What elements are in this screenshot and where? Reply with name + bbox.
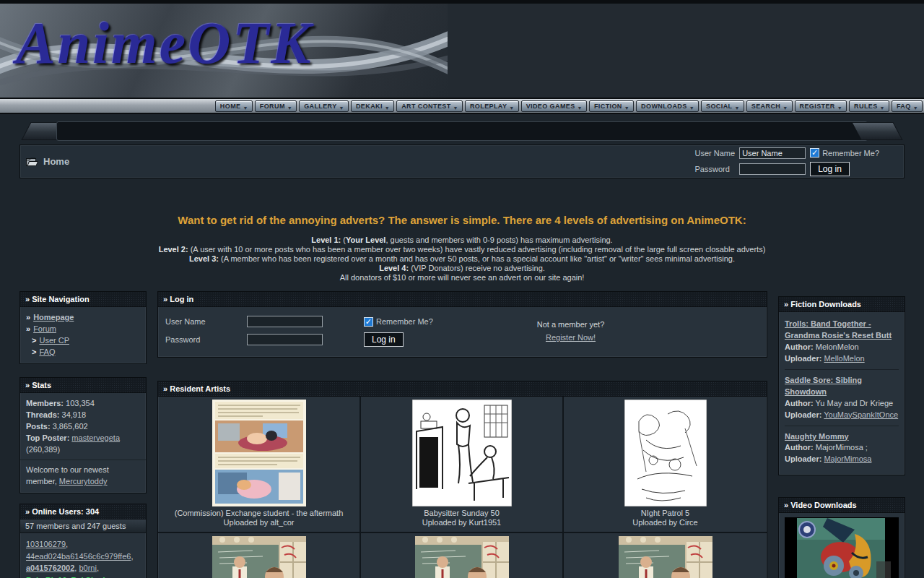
not-member-text: Not a member yet?: [468, 319, 673, 332]
nav-downloads[interactable]: DOWNLOADS▼: [636, 100, 699, 112]
login-button[interactable]: Log in: [364, 332, 404, 347]
remember-me-label: Remember Me?: [376, 317, 433, 326]
collapsed-ad-banner: [22, 121, 902, 141]
fiction-downloads-panel: Fiction Downloads Trolls: Band Together …: [778, 296, 905, 475]
online-users-panel: Online Users: 304 57 members and 247 gue…: [19, 504, 147, 578]
header-password-input[interactable]: [739, 163, 806, 175]
sidebar-item-forum[interactable]: »Forum: [26, 324, 140, 335]
artist-thumbnail-photo[interactable]: [212, 536, 306, 578]
login-panel-header: Log in: [158, 292, 767, 307]
artwork-title[interactable]: NIght Patrol 5: [567, 509, 764, 518]
fiction-title-link[interactable]: Saddle Sore: Sibling Showdown: [785, 376, 862, 396]
nav-video-games[interactable]: VIDEO GAMES▼: [521, 100, 587, 112]
uploader-link[interactable]: YouMaySpankItOnce: [824, 410, 898, 419]
artist-cell: Babysitter Sunday 50 Uploaded by Kurt195…: [361, 397, 564, 532]
nav-register[interactable]: REGISTER▼: [795, 100, 847, 112]
username-label: User Name: [165, 317, 241, 326]
remember-me-checkbox[interactable]: [364, 317, 373, 327]
video-thumbnail[interactable]: [785, 518, 898, 578]
resident-artists-panel: Resident Artists: [157, 381, 767, 578]
fiction-title-link[interactable]: Trolls: Band Together - Grandma Rosie's …: [785, 319, 892, 340]
advert-donators-note: All donators of $10 or more will never s…: [0, 273, 924, 282]
nav-forum[interactable]: FORUM▼: [255, 100, 297, 112]
online-user-link[interactable]: 103106279: [26, 540, 66, 548]
online-user-link[interactable]: a0415762002: [26, 564, 74, 572]
artist-thumbnail-photo[interactable]: [619, 536, 712, 578]
nav-home[interactable]: HOME▼: [215, 100, 253, 112]
main-navigation-bar: HOME▼ FORUM▼ GALLERY▼ DEKAKI▼ ART CONTES…: [0, 99, 924, 114]
advert-level-2: Level 2: (A user with 10 or more posts w…: [0, 245, 924, 254]
chevron-down-icon: ▼: [243, 105, 248, 111]
artist-caption: NIght Patrol 5 Uploaded by Circe: [567, 509, 764, 527]
stats-header: Stats: [20, 378, 146, 393]
stats-divider: [20, 460, 146, 460]
header-username-input[interactable]: [739, 147, 806, 159]
top-poster-link[interactable]: mastervegeta: [71, 434, 120, 442]
chevron-down-icon: ▼: [287, 105, 292, 111]
artist-cell: (Commission) Exchange student - the afte…: [158, 397, 361, 532]
remember-me-checkbox[interactable]: [810, 148, 819, 158]
password-input[interactable]: [247, 334, 323, 345]
username-input[interactable]: [247, 316, 323, 327]
password-label: Password: [695, 165, 736, 173]
nav-search[interactable]: SEARCH▼: [746, 100, 793, 112]
nav-art-contest[interactable]: ART CONTEST▼: [396, 100, 463, 112]
nav-fiction[interactable]: FICTION▼: [589, 100, 634, 112]
nav-faq[interactable]: FAQ▼: [892, 100, 923, 112]
artist-thumbnail-photo[interactable]: [415, 536, 509, 578]
online-users-subtitle: 57 members and 247 guests: [20, 519, 146, 533]
header-login-form: User Name Remember Me? Password Log in: [695, 147, 898, 176]
artist-cell: [564, 532, 767, 578]
uploader-link[interactable]: MajorMimosa: [824, 454, 871, 463]
chevron-down-icon: ▼: [880, 105, 885, 111]
advert-level-4: Level 4: (VIP Donators) receive no adver…: [0, 264, 924, 273]
login-form: User Name Remember Me? Password Log in: [165, 316, 468, 347]
advert-level-3: Level 3: (A member who has been register…: [0, 254, 924, 264]
register-prompt: Not a member yet? Register Now!: [468, 316, 759, 347]
header-login-button[interactable]: Log in: [810, 162, 850, 176]
online-users-header: Online Users: 304: [20, 504, 146, 519]
nav-social[interactable]: SOCIAL▼: [701, 100, 744, 112]
artist-thumbnail-comic[interactable]: [212, 400, 306, 506]
nav-dekaki[interactable]: DEKAKI▼: [351, 100, 394, 112]
artwork-uploader: Uploaded by Circe: [567, 518, 764, 527]
nav-gallery[interactable]: GALLERY▼: [299, 100, 349, 112]
advert-levels-notice: Want to get rid of the annoying adverts?…: [0, 214, 924, 282]
site-navigation-panel: Site Navigation »Homepage »Forum >User C…: [19, 291, 147, 364]
artist-thumbnail-sketch[interactable]: [412, 400, 512, 506]
banner-artwork: AnimeOTK: [0, 4, 448, 98]
chevron-down-icon: ▼: [453, 105, 458, 111]
online-user-link[interactable]: 44ead024ba61456c6c979ffe6: [26, 552, 131, 561]
sidebar-item-faq[interactable]: >FAQ: [26, 347, 140, 358]
fiction-author: Author: MajorMimosa ;: [785, 442, 899, 454]
chevron-down-icon: ▼: [578, 105, 583, 111]
fiction-item: Trolls: Band Together - Grandma Rosie's …: [785, 317, 899, 369]
online-user-link[interactable]: b0rni: [79, 564, 96, 572]
video-downloads-header: Video Downloads: [779, 498, 905, 513]
fiction-author: Author: Yu May and Dr Kriege: [785, 398, 899, 410]
register-now-link[interactable]: Register Now!: [546, 333, 596, 342]
site-logo[interactable]: AnimeOTK: [16, 9, 313, 77]
sidebar-item-homepage[interactable]: »Homepage: [26, 312, 140, 324]
fiction-author: Author: MelonMelon: [785, 342, 899, 353]
chevron-down-icon: ▼: [509, 105, 514, 111]
page-header-bar: Home User Name Remember Me? Password Log…: [19, 144, 905, 178]
sidebar-item-user-cp[interactable]: >User CP: [26, 335, 140, 347]
chevron-down-icon: ▼: [913, 105, 918, 111]
fiction-downloads-header: Fiction Downloads: [779, 297, 905, 312]
uploader-link[interactable]: MelloMelon: [824, 354, 864, 363]
chevron-down-icon: ▼: [783, 105, 788, 111]
newest-member-link[interactable]: Mercurytoddy: [59, 477, 108, 486]
artwork-title[interactable]: Babysitter Sunday 50: [364, 509, 559, 518]
band-center: [56, 121, 868, 141]
artist-thumbnail-sketch[interactable]: [624, 400, 707, 506]
site-banner: AnimeOTK: [0, 0, 924, 99]
fiction-title-link[interactable]: Naughty Mommy: [785, 432, 849, 441]
nav-rules[interactable]: RULES▼: [849, 100, 889, 112]
stat-threads: Threads: 34,918: [26, 410, 140, 421]
artist-cell: [361, 532, 564, 578]
nav-roleplay[interactable]: ROLEPLAY▼: [465, 100, 519, 112]
artwork-title[interactable]: (Commission) Exchange student - the afte…: [161, 509, 357, 518]
artist-caption: (Commission) Exchange student - the afte…: [161, 509, 357, 527]
advert-level-1: Level 1: (Your Level, guests and members…: [0, 236, 924, 245]
